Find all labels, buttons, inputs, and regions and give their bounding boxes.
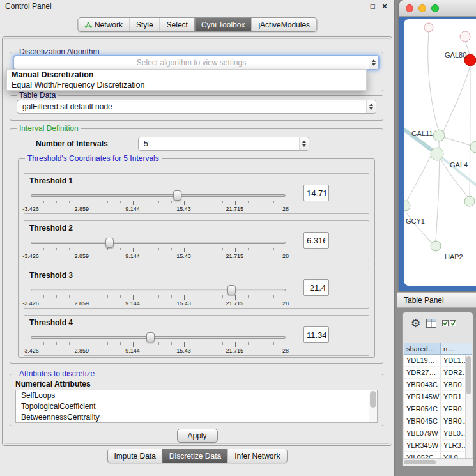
threshold-2-slider[interactable]: -3.4262.8599.14415.4321.71528 [31,238,286,259]
threshold-3-slider[interactable]: -3.4262.8599.14415.4321.71528 [31,285,286,307]
table-row[interactable]: YLR345W YLR3… [404,440,465,452]
threshold-1-value-input[interactable] [303,185,329,201]
slider-thumb[interactable] [105,238,114,248]
table-row[interactable]: YIL052C YIL0… [404,452,465,458]
cell-shared-name[interactable]: YLR345W [404,440,441,451]
cell-shared-name[interactable]: YBR045C [404,415,441,427]
table-row[interactable]: YER054C YER0… [404,403,465,415]
algorithm-combobox[interactable]: Select algorithm to view settings [13,56,379,70]
tab-style[interactable]: Style [129,18,160,31]
close-window-icon[interactable]: ✕ [381,3,388,10]
network-canvas[interactable]: GAL80 GAL11 GAL4 GCY1 HAP2 [404,19,476,286]
table-row[interactable]: YBL079W YBL0… [404,427,465,440]
slider-track[interactable] [31,242,286,244]
table-row[interactable]: YBR043C YBR0… [404,379,465,391]
cell-name[interactable]: YDL1… [441,355,465,366]
mac-minimize-button[interactable] [418,4,426,12]
threshold-1-slider[interactable]: -3.4262.8599.14415.4321.71528 [31,190,286,212]
table-data-combobox[interactable]: galFiltered.sif default node [17,100,376,114]
cell-shared-name[interactable]: YPR145W [404,391,441,403]
cell-name[interactable]: YER0… [441,403,465,415]
tab-select[interactable]: Select [160,18,194,31]
tab-discretize-data[interactable]: Discretize Data [162,449,227,463]
slider-track[interactable] [31,194,286,197]
slider-thumb[interactable] [146,332,155,342]
network-window-titlebar[interactable] [399,0,476,17]
cell-name[interactable]: YBR0… [441,379,465,390]
slider-thumb[interactable] [227,285,236,295]
table-row[interactable]: YPR145W YPR1… [404,391,465,403]
network-node[interactable] [460,31,470,42]
network-node[interactable] [464,196,475,206]
threshold-4-value-input[interactable] [303,326,329,343]
group-label: Table Data [17,91,58,100]
cell-shared-name[interactable]: YBR043C [404,379,441,390]
cell-name[interactable]: YDR2… [441,367,465,378]
network-node[interactable] [431,241,441,251]
option-equal-width-frequency[interactable]: Equal Width/Frequency Discretization [7,80,366,90]
float-window-icon[interactable]: □ [371,3,375,10]
slider-ticks [31,248,286,252]
apply-button[interactable]: Apply [176,429,217,443]
interval-definition-group: Interval Definition Number of Intervals … [10,128,383,364]
mac-close-button[interactable] [406,4,413,12]
slider-thumb[interactable] [173,190,181,201]
threshold-2-value-input[interactable] [303,232,329,249]
mac-zoom-button[interactable] [431,4,439,12]
network-node[interactable] [404,201,410,211]
list-item[interactable]: BetweennessCentrality [16,412,377,423]
list-scrollbar[interactable] [369,390,377,422]
combobox-stepper-icon[interactable] [366,100,376,113]
cell-name[interactable]: YIL0… [441,452,465,458]
table-row[interactable]: YDL19… YDL1… [404,355,465,367]
list-item[interactable]: TopologicalCoefficient [16,401,377,412]
cell-shared-name[interactable]: YER054C [404,403,441,415]
combobox-stepper-icon[interactable] [369,56,378,69]
cell-shared-name[interactable]: YDL19… [404,355,441,366]
threshold-3-value-input[interactable] [303,279,329,296]
cell-shared-name[interactable]: YDR27… [404,367,441,378]
select-checkboxes-icon[interactable] [442,319,457,327]
scrollbar-thumb[interactable] [466,356,471,394]
threshold-4-slider[interactable]: -3.4262.8599.14415.4321.71528 [31,332,286,354]
gear-icon[interactable]: ⚙ [411,318,420,329]
network-node[interactable] [424,23,433,32]
tab-cyni-toolbox[interactable]: Cyni Toolbox [194,18,251,31]
cell-name[interactable]: YBR0… [441,415,465,427]
cell-shared-name[interactable]: YIL052C [404,452,441,458]
table-row[interactable]: YBR045C YBR0… [404,415,465,427]
cell-shared-name[interactable]: YBL079W [404,427,441,439]
number-of-intervals-combobox[interactable]: 5 [138,137,309,151]
combobox-stepper-icon[interactable] [299,137,309,150]
window-buttons: □ ✕ [371,3,388,10]
table-row[interactable]: YDR27… YDR2… [404,367,465,379]
node-label: GAL80 [445,51,466,59]
cell-name[interactable]: YPR1… [441,391,465,403]
number-of-intervals-value: 5 [139,139,299,148]
cell-name[interactable]: YLR3… [441,440,465,451]
numerical-attributes-list[interactable]: SelfLoopsTopologicalCoefficientBetweenne… [15,390,378,423]
network-node[interactable] [470,141,476,153]
tab-jactivemodules[interactable]: jActiveModules [251,18,316,31]
table-horizontal-scrollbar[interactable] [403,458,473,466]
scrollbar-thumb[interactable] [404,460,436,464]
network-view-window: GAL80 GAL11 GAL4 GCY1 HAP2 [399,0,476,291]
slider-scale-label: 9.144 [125,300,140,307]
column-header-name[interactable]: n… [441,343,472,355]
slider-track[interactable] [31,289,286,291]
network-node[interactable] [431,148,443,160]
network-node[interactable] [433,130,445,141]
slider-track[interactable] [31,336,286,339]
column-header-shared-name[interactable]: shared… [404,343,441,355]
cell-name[interactable]: YBL0… [441,427,465,439]
option-manual-discretization[interactable]: Manual Discretization [7,70,366,80]
tab-network[interactable]: Network [78,18,129,31]
tab-infer-network[interactable]: Infer Network [227,449,286,463]
columns-icon[interactable] [426,319,436,328]
slider-scale-label: -3.426 [22,348,39,354]
list-item[interactable]: SelfLoops [16,390,377,401]
table-vertical-scrollbar[interactable] [465,355,472,458]
table-body[interactable]: YDL19… YDL1… YDR27… YDR2… YBR043C YBR0… … [404,355,465,458]
scrollbar-thumb[interactable] [370,391,376,408]
tab-impute-data[interactable]: Impute Data [107,449,162,463]
